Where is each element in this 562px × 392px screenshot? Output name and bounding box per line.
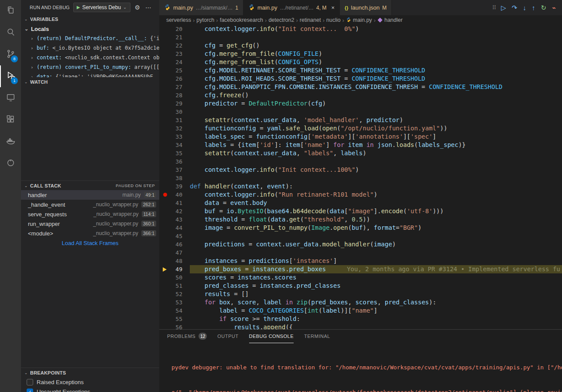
gutter[interactable]: 41 xyxy=(159,200,190,206)
code-line[interactable]: 35 setattr(context.user_data, "labels", … xyxy=(159,149,562,157)
code-line[interactable]: 46 predictions = context.user_data.model… xyxy=(159,240,562,249)
breadcrumb-item[interactable]: handler xyxy=(384,17,403,23)
breakpoints-section-header[interactable]: ⌄ BREAKPOINTS xyxy=(21,368,159,377)
breadcrumb-item[interactable]: retinanet xyxy=(300,17,321,23)
code-line[interactable]: 53 for box, score, label in zip(pred_box… xyxy=(159,298,562,307)
tab-terminal[interactable]: TERMINAL xyxy=(304,330,330,343)
drag-handle-icon[interactable]: ⠿ xyxy=(492,4,496,11)
gutter[interactable]: 50 xyxy=(159,274,190,281)
chevron-right-icon[interactable]: › xyxy=(31,65,35,70)
gutter[interactable]: 26 xyxy=(159,75,190,82)
gutter[interactable]: 27 xyxy=(159,84,190,90)
code-line[interactable]: 39def handler(context, event): xyxy=(159,182,562,191)
gutter[interactable]: 20 xyxy=(159,26,190,32)
step-out-button[interactable]: ↑ xyxy=(532,4,535,11)
sidebar-item-source-control[interactable]: 8 xyxy=(0,44,21,65)
chevron-down-icon[interactable]: ⌄ xyxy=(24,26,29,32)
gutter[interactable]: 36 xyxy=(159,158,190,165)
sidebar-item-plugin[interactable] xyxy=(0,153,21,174)
breadcrumb-item[interactable]: facebookresearch xyxy=(220,17,263,23)
restart-button[interactable]: ↻ xyxy=(541,4,546,12)
gutter[interactable]: 32 xyxy=(159,125,190,132)
breadcrumb-item[interactable]: main.py xyxy=(353,17,372,23)
code-line[interactable]: 31 setattr(context.user_data, 'model_han… xyxy=(159,116,562,124)
gutter[interactable]: 51 xyxy=(159,283,190,289)
code-line[interactable]: 29 predictor = DefaultPredictor(cfg) xyxy=(159,99,562,108)
sidebar-item-remote-explorer[interactable] xyxy=(0,87,21,109)
variables-section-header[interactable]: ⌄ VARIABLES xyxy=(21,14,159,24)
code-line[interactable]: 20 context.logger.info("Init context... … xyxy=(159,25,562,33)
variable-row[interactable]: › buf: <_io.BytesIO object at 0x7f5a2dc1… xyxy=(21,43,159,53)
code-line[interactable]: 50 scores = instances.scores xyxy=(159,273,562,282)
gutter[interactable]: 39 xyxy=(159,183,190,190)
code-line[interactable]: 21 xyxy=(159,33,562,41)
gutter[interactable]: 46 xyxy=(159,241,190,248)
gutter[interactable]: 35 xyxy=(159,150,190,157)
debug-start-icon[interactable]: ▶ xyxy=(77,5,80,10)
sidebar-item-run-and-debug[interactable]: 1 xyxy=(0,65,21,87)
step-into-button[interactable]: ↓ xyxy=(523,4,526,11)
code-line[interactable]: 42 buf = io.BytesIO(base64.b64decode(dat… xyxy=(159,207,562,215)
code-line[interactable]: 47 xyxy=(159,249,562,257)
tab-main-py-siammask[interactable]: main.py …/siammask/… 1 xyxy=(159,0,243,15)
close-icon[interactable]: × xyxy=(331,4,335,11)
gutter[interactable]: 22 xyxy=(159,42,190,49)
sidebar-item-search[interactable] xyxy=(0,22,21,44)
code-line[interactable]: 34 labels = {item['id']: item['name'] fo… xyxy=(159,141,562,149)
gear-icon[interactable]: ⚙ xyxy=(134,4,141,11)
tab-problems[interactable]: PROBLEMS 12 xyxy=(167,330,207,343)
sidebar-item-docker[interactable] xyxy=(0,131,21,153)
gutter[interactable]: 28 xyxy=(159,92,190,99)
gutter[interactable]: 37 xyxy=(159,167,190,173)
gutter[interactable]: 43 xyxy=(159,216,190,223)
breadcrumb-item[interactable]: serverless xyxy=(166,17,191,23)
code-editor[interactable]: 20 context.logger.info("Init context... … xyxy=(159,25,562,329)
continue-button[interactable]: ▷ xyxy=(501,4,506,12)
code-line[interactable]: 55 if score >= threshold: xyxy=(159,315,562,323)
code-line[interactable]: 22 cfg = get_cfg() xyxy=(159,41,562,50)
call-stack-section-header[interactable]: ⌄ CALL STACK PAUSED ON STEP xyxy=(21,181,159,190)
tab-output[interactable]: OUTPUT xyxy=(217,330,238,343)
code-line[interactable]: 32 functionconfig = yaml.safe_load(open(… xyxy=(159,124,562,133)
variable-row[interactable]: › data: {'image': 'iVBORw0KGgoAAAANSUhE… xyxy=(21,72,159,77)
stack-frame[interactable]: _handle_event _nuclio_wrapper.py 262:1 xyxy=(21,200,159,209)
gutter[interactable]: 44 xyxy=(159,225,190,231)
gutter[interactable]: 56 xyxy=(159,324,190,329)
code-line[interactable]: 33 labels_spec = functionconfig['metadat… xyxy=(159,133,562,141)
chevron-right-icon[interactable]: › xyxy=(31,45,35,51)
gutter[interactable]: 30 xyxy=(159,109,190,115)
code-line[interactable]: 56 results.append({ xyxy=(159,323,562,329)
variable-row[interactable]: › (return) convert_PIL_to_numpy: array([… xyxy=(21,62,159,72)
checkbox-unchecked[interactable] xyxy=(27,379,33,385)
gutter[interactable]: 33 xyxy=(159,133,190,140)
breadcrumb-item[interactable]: detectron2 xyxy=(268,17,294,23)
stack-frame[interactable]: handler main.py 49:1 xyxy=(21,190,159,200)
breadcrumb-item[interactable]: nuclio xyxy=(326,17,341,23)
code-line[interactable]: 27 cfg.MODEL.PANOPTIC_FPN.COMBINE.INSTAN… xyxy=(159,83,562,91)
stack-frame[interactable]: run_wrapper _nuclio_wrapper.py 360:1 xyxy=(21,219,159,228)
gutter[interactable]: 45 xyxy=(159,233,190,239)
sidebar-item-extensions[interactable] xyxy=(0,109,21,131)
gutter[interactable]: 23 xyxy=(159,51,190,57)
tab-debug-console[interactable]: DEBUG CONSOLE xyxy=(249,330,294,343)
code-line[interactable]: 40 context.logger.info("Run retinanet-R1… xyxy=(159,191,562,199)
chevron-right-icon[interactable]: › xyxy=(31,36,35,41)
gutter[interactable]: 34 xyxy=(159,142,190,148)
gutter[interactable]: 55 xyxy=(159,316,190,322)
code-line[interactable]: 28 cfg.freeze() xyxy=(159,91,562,99)
tab-launch-json[interactable]: {} launch.json M xyxy=(340,0,392,15)
chevron-right-icon[interactable]: › xyxy=(31,55,35,61)
gutter[interactable]: 53 xyxy=(159,299,190,306)
variable-row[interactable]: › (return) DefaultPredictor.__call__: {'… xyxy=(21,34,159,43)
gutter[interactable]: 48 xyxy=(159,258,190,264)
sidebar-item-explorer[interactable] xyxy=(0,0,21,22)
code-line[interactable]: 52 results = [] xyxy=(159,290,562,298)
code-line[interactable]: 26 cfg.MODEL.ROI_HEADS.SCORE_THRESH_TEST… xyxy=(159,75,562,83)
gutter[interactable]: 38 xyxy=(159,175,190,181)
code-line[interactable]: 23 cfg.merge_from_file(CONFIG_FILE) xyxy=(159,50,562,58)
watch-section-header[interactable]: ⌄ WATCH xyxy=(21,77,159,87)
more-icon[interactable]: ⋯ xyxy=(144,4,152,11)
code-line[interactable]: 36 xyxy=(159,157,562,166)
gutter[interactable]: 49 xyxy=(159,266,190,273)
code-line[interactable]: 41 data = event.body xyxy=(159,199,562,207)
